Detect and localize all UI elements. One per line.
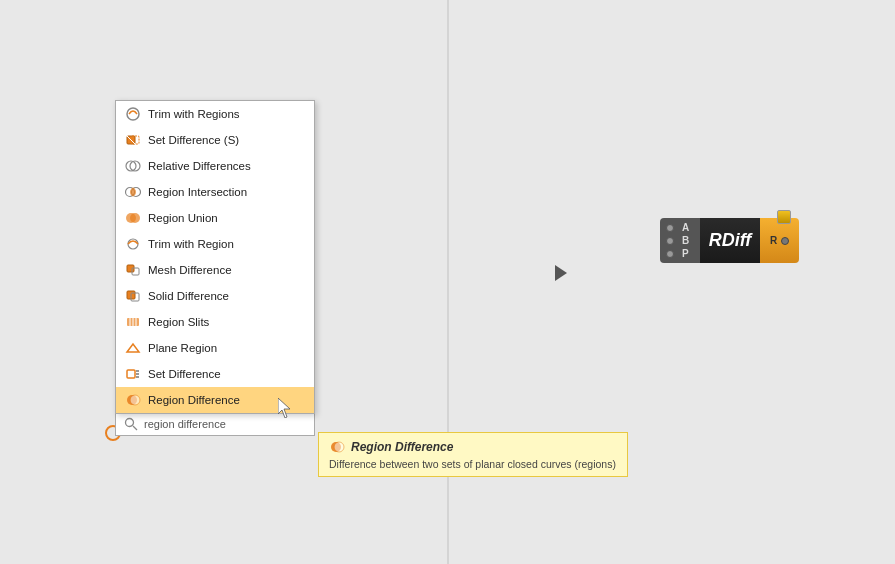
menu-item-mesh-difference[interactable]: Mesh Difference xyxy=(116,257,314,283)
relative-differences-icon xyxy=(124,157,142,175)
svg-point-29 xyxy=(334,442,344,452)
node-component: A B P xyxy=(660,218,799,263)
menu-item-region-union[interactable]: Region Union xyxy=(116,205,314,231)
cursor xyxy=(278,398,292,418)
menu-item-trim-with-region[interactable]: Trim with Region xyxy=(116,231,314,257)
svg-point-0 xyxy=(127,108,139,120)
region-slits-icon xyxy=(124,313,142,331)
node-main-body[interactable]: RDiff xyxy=(700,218,760,263)
menu-item-solid-difference[interactable]: Solid Difference xyxy=(116,283,314,309)
tooltip: Region Difference Difference between two… xyxy=(318,432,628,477)
canvas-area: Trim with Regions Set Difference (S) Rel… xyxy=(0,0,895,564)
port-connector-p xyxy=(666,250,674,258)
menu-item-plane-region[interactable]: Plane Region xyxy=(116,335,314,361)
set-difference-icon xyxy=(124,365,142,383)
svg-point-24 xyxy=(130,395,140,405)
svg-rect-19 xyxy=(127,370,135,378)
port-label-b: B xyxy=(682,235,689,246)
menu-item-label: Region Difference xyxy=(148,394,240,406)
center-line xyxy=(447,0,448,564)
menu-item-set-difference-s[interactable]: Set Difference (S) xyxy=(116,127,314,153)
menu-item-label: Region Union xyxy=(148,212,218,224)
port-connector-b xyxy=(666,237,674,245)
region-intersection-icon xyxy=(124,183,142,201)
port-connector-a xyxy=(666,224,674,232)
svg-point-25 xyxy=(126,419,134,427)
menu-item-label: Relative Differences xyxy=(148,160,251,172)
mesh-difference-icon xyxy=(124,261,142,279)
node-left-panel: A B P xyxy=(660,218,700,263)
arrow-right xyxy=(555,265,567,281)
node-label: RDiff xyxy=(709,230,752,251)
port-label-r: R xyxy=(770,235,777,246)
port-row-b: B xyxy=(666,235,694,246)
node-top-indicator xyxy=(777,210,791,224)
port-label-p: P xyxy=(682,248,689,259)
menu-item-label: Region Intersection xyxy=(148,186,247,198)
menu-item-label: Set Difference (S) xyxy=(148,134,239,146)
menu-item-set-difference[interactable]: Set Difference xyxy=(116,361,314,387)
menu-item-label: Plane Region xyxy=(148,342,217,354)
svg-marker-27 xyxy=(278,398,290,418)
tooltip-icon xyxy=(329,439,345,455)
menu-item-label: Mesh Difference xyxy=(148,264,232,276)
svg-line-26 xyxy=(133,426,137,430)
menu-item-label: Region Slits xyxy=(148,316,209,328)
menu-item-label: Solid Difference xyxy=(148,290,229,302)
port-row-p: P xyxy=(666,248,694,259)
menu-item-region-slits[interactable]: Region Slits xyxy=(116,309,314,335)
port-label-a: A xyxy=(682,222,689,233)
svg-marker-18 xyxy=(127,344,139,352)
menu-item-trim-with-regions[interactable]: Trim with Regions xyxy=(116,101,314,127)
search-icon xyxy=(124,417,138,431)
menu-item-label: Trim with Regions xyxy=(148,108,240,120)
trim-regions-icon xyxy=(124,105,142,123)
dropdown-menu: Trim with Regions Set Difference (S) Rel… xyxy=(115,100,315,414)
menu-item-relative-differences[interactable]: Relative Differences xyxy=(116,153,314,179)
region-union-icon xyxy=(124,209,142,227)
trim-region-icon xyxy=(124,235,142,253)
port-row-a: A xyxy=(666,222,694,233)
set-difference-s-icon xyxy=(124,131,142,149)
menu-item-label: Trim with Region xyxy=(148,238,234,250)
tooltip-title: Region Difference xyxy=(329,439,617,455)
node-right-panel: R xyxy=(760,218,799,263)
svg-point-8 xyxy=(130,213,140,223)
tooltip-title-text: Region Difference xyxy=(351,440,453,454)
plane-region-icon xyxy=(124,339,142,357)
menu-item-region-intersection[interactable]: Region Intersection xyxy=(116,179,314,205)
solid-difference-icon xyxy=(124,287,142,305)
tooltip-description: Difference between two sets of planar cl… xyxy=(329,458,617,470)
port-connector-r xyxy=(781,237,789,245)
region-difference-icon xyxy=(124,391,142,409)
search-input-text: region difference xyxy=(144,418,226,430)
menu-item-label: Set Difference xyxy=(148,368,221,380)
